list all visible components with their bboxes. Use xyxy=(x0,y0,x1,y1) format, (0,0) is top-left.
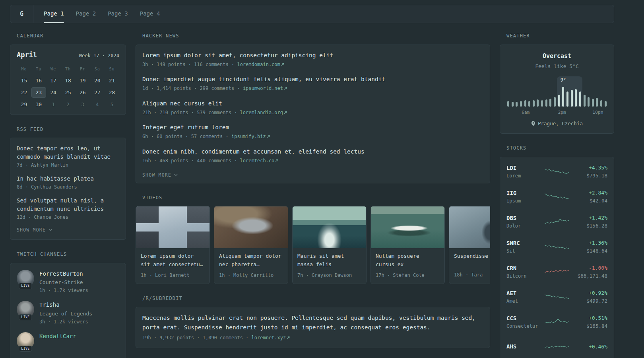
stock-sparkline xyxy=(545,292,569,302)
stock-row[interactable]: SNRC Sit +1.36% $148.64 xyxy=(506,234,607,259)
stock-sparkline xyxy=(545,317,569,327)
video-card[interactable]: Aliquam tempor dolor nec pharetra… 1h · … xyxy=(214,206,288,284)
stock-price: $42.04 xyxy=(569,197,607,204)
story-domain[interactable]: loremtech.co xyxy=(240,158,279,163)
nav-tab[interactable]: Page 4 xyxy=(140,5,160,23)
video-meta: 1h · Lori Barnett xyxy=(141,272,205,279)
weather-widget-title: WEATHER xyxy=(506,33,614,39)
twitch-channel[interactable]: LIVE KendallCarr xyxy=(17,332,119,350)
story-domain[interactable]: ipsumworld.net xyxy=(243,86,287,91)
calendar-weekday: Sa xyxy=(90,66,105,72)
stock-row[interactable]: LDI Lorem +4.35% $795.18 xyxy=(506,159,607,184)
stock-change: +0.51% xyxy=(569,315,607,322)
video-card[interactable]: Nullam posuere cursus ex 17h · Stefan Co… xyxy=(370,206,445,284)
stock-sparkline xyxy=(545,342,569,352)
content-container: G Page 1 Page 2 Page 3 Page 4 CALENDAR xyxy=(10,0,614,358)
story-title[interactable]: Integer eget rutrum lorem xyxy=(142,123,483,132)
story-title[interactable]: Donec enim nibh, condimentum et accumsan… xyxy=(142,148,483,156)
story-title[interactable]: Donec imperdiet augue tincidunt felis al… xyxy=(142,75,483,84)
post-domain[interactable]: loremnet.xyz xyxy=(252,335,290,340)
video-title[interactable]: Mauris sit amet massa felis xyxy=(297,252,361,268)
stock-id: DBS Dolor xyxy=(506,214,545,230)
video-card[interactable]: Lorem ipsum dolor sit amet consectetu… 1… xyxy=(136,206,210,284)
calendar-day: 28 xyxy=(105,87,119,98)
twitch-channel[interactable]: LIVE Trisha League of Legends 3h · 1.2k … xyxy=(17,301,119,325)
stock-ticker[interactable]: AET xyxy=(506,290,545,298)
stock-row[interactable]: IIG Ipsum +2.84% $42.04 xyxy=(506,184,607,209)
calendar-weekday: Su xyxy=(105,66,119,72)
stock-ticker[interactable]: IIG xyxy=(506,189,545,197)
hackernews-show-more-button[interactable]: SHOW MORE xyxy=(142,172,483,178)
stock-row[interactable]: CRN Bitcorn -1.00% $66,171.48 xyxy=(506,259,607,284)
calendar-widget-title: CALENDAR xyxy=(17,33,126,39)
story-title[interactable]: Aliquam nec cursus elit xyxy=(142,99,483,108)
nav-tab[interactable]: Page 3 xyxy=(108,5,128,23)
channel-name[interactable]: ForrestBurton xyxy=(39,270,88,278)
video-card[interactable]: Suspendisse diam 18h · Tara xyxy=(449,206,490,284)
video-meta: 1h · Molly Carrillo xyxy=(219,272,283,279)
calendar-day: 22 xyxy=(17,87,31,98)
calendar-day: 15 xyxy=(17,75,31,86)
story-domain[interactable]: ipsumify.biz xyxy=(231,134,270,139)
stock-row[interactable]: AHS +0.46% xyxy=(506,335,607,358)
hackernews-list: Lorem ipsum dolor sit amet, consectetur … xyxy=(142,51,483,164)
post-title[interactable]: Maecenas mollis pulvinar erat non posuer… xyxy=(142,313,483,333)
stock-ticker[interactable]: DBS xyxy=(506,214,545,222)
stock-ticker[interactable]: CCS xyxy=(506,315,545,323)
stocks-widget-title: STOCKS xyxy=(506,145,614,152)
story-domain[interactable]: loremdomain.com xyxy=(237,62,284,67)
external-link-icon xyxy=(275,159,278,162)
calendar-day: 17 xyxy=(46,75,61,86)
live-badge: LIVE xyxy=(19,346,32,352)
rss-item-meta: 12d · Chance Jones xyxy=(17,214,119,221)
videos-widget: VIDEOS Lorem ipsum dolor sit amet consec… xyxy=(136,195,490,284)
weather-chart: 9° xyxy=(506,76,607,107)
stock-ticker[interactable]: AHS xyxy=(506,343,545,351)
stock-price: $165.84 xyxy=(569,323,607,330)
stock-sparkline xyxy=(545,217,569,227)
rss-show-more-button[interactable]: SHOW MORE xyxy=(17,227,119,233)
rss-widget-title: RSS FEED xyxy=(17,126,126,133)
stock-change: +1.36% xyxy=(569,239,607,247)
middle-column: HACKER NEWS Lorem ipsum dolor sit amet, … xyxy=(136,33,490,358)
rss-item-title[interactable]: In hac habitasse platea xyxy=(17,175,119,183)
video-card[interactable]: Mauris sit amet massa felis 7h · Grayson… xyxy=(292,206,367,284)
hackernews-card: Lorem ipsum dolor sit amet, consectetur … xyxy=(136,45,490,183)
twitch-channel[interactable]: LIVE ForrestBurton Counter-Strike 1h · 1… xyxy=(17,270,119,294)
stock-row[interactable]: AET Amet +0.92% $499.72 xyxy=(506,284,607,309)
stock-ticker[interactable]: CRN xyxy=(506,265,545,272)
rss-item-title[interactable]: Donec tempor eros leo, ut commodo mauris… xyxy=(17,144,119,161)
videos-row: Lorem ipsum dolor sit amet consectetu… 1… xyxy=(136,206,490,284)
stocks-widget: STOCKS LDI Lorem +4.35% xyxy=(500,145,614,358)
calendar-day: 4 xyxy=(90,99,105,110)
weather-widget: WEATHER Overcast Feels like 5°C 9° 6am2p… xyxy=(500,33,614,134)
video-title[interactable]: Lorem ipsum dolor sit amet consectetu… xyxy=(141,252,205,268)
story-meta: 6h · 60 points · 57 comments · ipsumify.… xyxy=(142,133,483,140)
calendar-day: 25 xyxy=(61,87,76,98)
video-title[interactable]: Suspendisse diam xyxy=(454,252,490,268)
calendar-day: 19 xyxy=(75,75,90,86)
stock-row[interactable]: DBS Dolor +1.42% $156.28 xyxy=(506,209,607,234)
story-title[interactable]: Lorem ipsum dolor sit amet, consectetur … xyxy=(142,51,483,60)
video-body: Nullam posuere cursus ex 17h · Stefan Co… xyxy=(371,248,444,283)
twitch-card: LIVE ForrestBurton Counter-Strike 1h · 1… xyxy=(10,263,126,358)
story-domain[interactable]: loremlandia.org xyxy=(240,110,287,115)
nav-tab[interactable]: Page 1 xyxy=(44,5,64,23)
stock-id: SNRC Sit xyxy=(506,239,545,255)
app-logo[interactable]: G xyxy=(16,5,33,23)
channel-name[interactable]: Trisha xyxy=(39,301,92,309)
channel-name[interactable]: KendallCarr xyxy=(39,333,76,340)
video-title[interactable]: Nullam posuere cursus ex xyxy=(376,252,440,268)
weather-time-axis: 6am2pm10pm xyxy=(506,109,607,115)
stock-ticker[interactable]: SNRC xyxy=(506,239,545,247)
rss-item-title[interactable]: Sed volutpat nulla nisl, a condimentum n… xyxy=(17,197,119,213)
stock-row[interactable]: CCS Consectetur +0.51% $165.84 xyxy=(506,309,607,335)
story-stats: 16h · 468 points · 440 comments · xyxy=(142,158,240,163)
right-column: WEATHER Overcast Feels like 5°C 9° 6am2p… xyxy=(500,33,614,358)
weather-location-label: Prague, Czechia xyxy=(538,120,583,127)
stock-values: +0.51% $165.84 xyxy=(569,315,607,330)
video-title[interactable]: Aliquam tempor dolor nec pharetra… xyxy=(219,252,283,268)
stock-ticker[interactable]: LDI xyxy=(506,164,545,172)
calendar-day: 21 xyxy=(105,75,119,86)
nav-tab[interactable]: Page 2 xyxy=(76,5,96,23)
